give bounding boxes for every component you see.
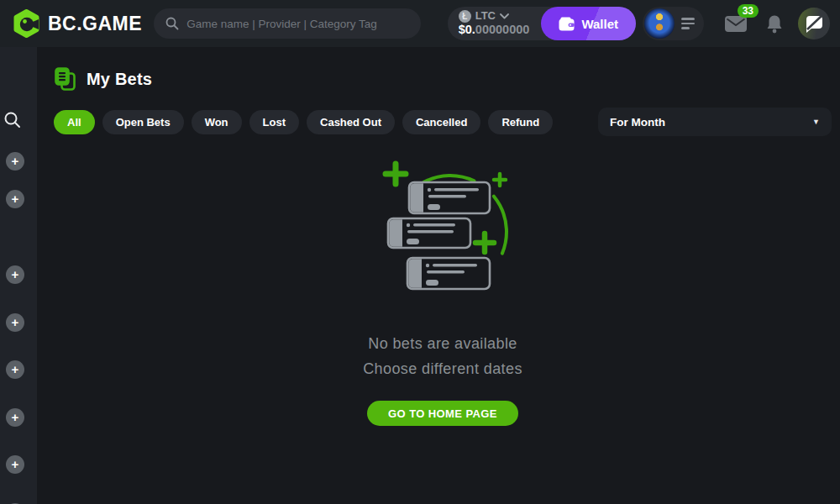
left-sidebar: + + + + + + + + +	[0, 47, 37, 504]
chat-toggle-button[interactable]	[798, 8, 830, 39]
wallet-label: Wallet	[581, 17, 618, 31]
period-dropdown-value: For Month	[610, 116, 665, 129]
mail-icon	[724, 15, 748, 33]
page-header: My Bets	[54, 67, 832, 92]
bcgame-logo-icon	[13, 9, 39, 38]
wallet-icon	[559, 17, 575, 31]
chevron-down-icon	[500, 13, 509, 19]
sidebar-search-button[interactable]	[3, 111, 21, 132]
messages-count-badge: 33	[738, 4, 759, 18]
brand-name: BC.GAME	[48, 13, 142, 35]
page-title: My Bets	[87, 70, 152, 89]
sidebar-add-button[interactable]: +	[6, 190, 24, 208]
no-bets-illustration	[353, 149, 533, 300]
chat-toggle-icon	[804, 14, 824, 34]
filter-tab-all[interactable]: All	[54, 110, 95, 134]
sidebar-add-button[interactable]: +	[6, 455, 24, 474]
wallet-button[interactable]: Wallet	[541, 7, 636, 40]
sidebar-add-button[interactable]: +	[6, 313, 24, 332]
messages-button[interactable]: 33	[724, 15, 748, 33]
filter-tab-open-bets[interactable]: Open Bets	[102, 110, 184, 134]
empty-state-line2: Choose different dates	[363, 360, 522, 378]
sidebar-add-button[interactable]: +	[6, 152, 24, 171]
sidebar-add-button[interactable]: +	[6, 265, 24, 284]
notifications-button[interactable]	[766, 14, 783, 34]
filter-tab-won[interactable]: Won	[192, 110, 242, 134]
profile-pill[interactable]	[643, 7, 704, 40]
filter-tab-lost[interactable]: Lost	[249, 110, 299, 134]
balance-major: $0.	[459, 23, 475, 36]
currency-selector[interactable]: Ł LTC $0.00000000	[448, 10, 542, 37]
balance-amount: $0.00000000	[459, 23, 530, 37]
sidebar-add-button[interactable]: +	[6, 408, 24, 427]
balance-minor: 00000000	[475, 23, 530, 36]
filter-tab-cashed-out[interactable]: Cashed Out	[307, 110, 395, 134]
balance-wallet-pill: Ł LTC $0.00000000 Wallet	[448, 7, 636, 40]
game-search-bar[interactable]	[154, 8, 421, 39]
top-header: BC.GAME Ł LTC $0.00000000	[0, 0, 840, 47]
bell-icon	[766, 14, 783, 34]
sidebar-add-button[interactable]: +	[6, 360, 24, 379]
currency-code: LTC	[475, 10, 496, 23]
main-content: My Bets All Open Bets Won Lost Cashed Ou…	[37, 47, 840, 504]
filter-row: All Open Bets Won Lost Cashed Out Cancel…	[54, 108, 832, 136]
search-input[interactable]	[186, 18, 409, 30]
rank-list-icon	[681, 18, 695, 29]
period-dropdown[interactable]: For Month ▼	[598, 108, 832, 136]
brand-logo[interactable]: BC.GAME	[13, 9, 142, 38]
search-icon	[165, 17, 179, 30]
my-bets-icon	[54, 67, 76, 92]
go-home-button[interactable]: GO TO HOME PAGE	[367, 401, 518, 426]
search-icon	[3, 111, 21, 129]
avatar[interactable]	[644, 8, 675, 39]
filter-tab-cancelled[interactable]: Cancelled	[402, 110, 480, 134]
litecoin-icon: Ł	[459, 10, 471, 23]
caret-down-icon: ▼	[812, 118, 820, 126]
empty-state: No bets are available Choose different d…	[54, 136, 832, 426]
bet-filter-tabs: All Open Bets Won Lost Cashed Out Cancel…	[54, 110, 553, 134]
empty-state-line1: No bets are available	[368, 335, 517, 353]
filter-tab-refund[interactable]: Refund	[488, 110, 553, 134]
